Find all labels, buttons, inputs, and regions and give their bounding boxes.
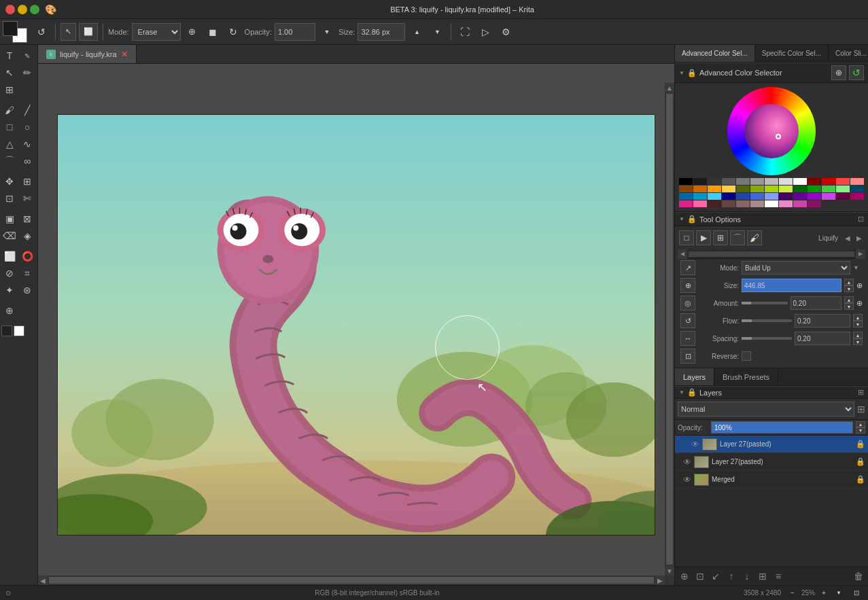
- amount-dropper[interactable]: ⊕: [856, 299, 863, 308]
- tool-options-expand-button[interactable]: ⊡: [858, 215, 864, 224]
- add-layer-button[interactable]: ⊕: [678, 569, 691, 583]
- color-swatch[interactable]: [793, 186, 807, 192]
- reverse-icon[interactable]: ⊡: [680, 349, 695, 364]
- canvas-tab[interactable]: k liquify - liquify.kra ✕: [38, 45, 137, 63]
- straight-line-button[interactable]: ╱: [19, 102, 35, 118]
- layer-item[interactable]: 👁Layer 27(pasted)🔒: [675, 436, 868, 453]
- color-wheel-inner[interactable]: [744, 104, 799, 158]
- spacing-slider[interactable]: [742, 337, 792, 340]
- to-scroll-track[interactable]: [689, 251, 854, 257]
- opacity-bar[interactable]: 100%: [711, 421, 853, 434]
- minimize-button[interactable]: [18, 5, 27, 14]
- color-swatch[interactable]: [822, 193, 835, 200]
- color-refresh-button[interactable]: ↺: [849, 65, 864, 80]
- tab-close-button[interactable]: ✕: [121, 50, 128, 59]
- flow-down-spin[interactable]: ▼: [853, 321, 863, 328]
- size-up-spin[interactable]: ▲: [844, 279, 854, 285]
- color-swatch[interactable]: [808, 186, 821, 192]
- amount-up-spin[interactable]: ▲: [844, 296, 854, 303]
- to-icon-move[interactable]: □: [679, 230, 694, 245]
- tab-layers[interactable]: Layers: [675, 368, 714, 385]
- mode-dropdown-arrow[interactable]: ▼: [853, 261, 863, 275]
- color-swatch[interactable]: [722, 200, 735, 207]
- color-swatch[interactable]: [850, 193, 864, 200]
- color-swatch[interactable]: [836, 193, 850, 200]
- crop-tool2-button[interactable]: ✄: [19, 190, 35, 207]
- group-layer-button[interactable]: ⊞: [756, 569, 769, 583]
- ellipse-tool-button[interactable]: ○: [19, 119, 35, 135]
- color-swatch[interactable]: [693, 193, 707, 200]
- flow-field-input[interactable]: [795, 314, 850, 328]
- calligraphy-tool-button[interactable]: ∞: [19, 153, 35, 169]
- marquee-tool-button[interactable]: ⬜: [79, 23, 98, 41]
- pointer-tool-button[interactable]: ↖: [1, 65, 18, 81]
- color-swatch[interactable]: [765, 193, 778, 200]
- color-swatch[interactable]: [750, 186, 764, 192]
- size-input[interactable]: [358, 23, 405, 41]
- refresh-button[interactable]: ↻: [224, 23, 242, 41]
- warp-tool-button[interactable]: ⊡: [1, 190, 18, 207]
- bezier-tool-button[interactable]: ⌒: [1, 153, 18, 169]
- layers-section-header[interactable]: ▼ 🔒 Layers ⊞: [675, 386, 868, 399]
- canvas-container[interactable]: ↖ ▲ ▼ ◀ ▶: [38, 64, 674, 585]
- scroll-left-arrow[interactable]: ◀: [843, 234, 852, 242]
- size-dropper[interactable]: ⊕: [856, 281, 863, 290]
- color-swatch[interactable]: [736, 193, 750, 200]
- layers-expand-btn[interactable]: ⊞: [858, 388, 864, 397]
- tab-color-sli[interactable]: Color Sli...: [829, 45, 868, 62]
- layer-grid-icon[interactable]: ⊞: [857, 404, 865, 414]
- script-tool-button[interactable]: ✎: [19, 48, 35, 64]
- color-swatch[interactable]: [850, 178, 864, 185]
- measure-tool-button[interactable]: ⊕: [1, 302, 18, 319]
- color-swatch[interactable]: [750, 193, 764, 200]
- to-icon-rotate[interactable]: ▶: [696, 230, 711, 245]
- color-swatch[interactable]: [822, 186, 835, 192]
- opacity-dropdown[interactable]: ▼: [318, 23, 336, 41]
- opacity-down-btn[interactable]: ▼: [856, 427, 865, 434]
- scroll-left-button[interactable]: ◀: [38, 576, 48, 585]
- merge-down-button[interactable]: ↙: [709, 569, 723, 583]
- color-wheel[interactable]: [727, 87, 816, 175]
- color-swatch[interactable]: [708, 186, 721, 192]
- opacity-input[interactable]: [275, 23, 315, 41]
- options-button[interactable]: ⚙: [497, 23, 515, 41]
- move-layer-up-button[interactable]: ↑: [725, 569, 738, 583]
- color-swatch[interactable]: [836, 186, 850, 192]
- color-swatch[interactable]: [836, 178, 850, 185]
- white-swatch[interactable]: [14, 325, 24, 336]
- tab-specific-color-sel[interactable]: Specific Color Sel...: [755, 45, 829, 62]
- color-swatch[interactable]: [679, 178, 693, 185]
- color-swatch[interactable]: [722, 193, 735, 200]
- size-down-spin[interactable]: ▼: [844, 285, 854, 292]
- color-swatch[interactable]: [808, 193, 821, 200]
- reset-colors-button[interactable]: ↺: [33, 23, 50, 41]
- color-swatch[interactable]: [693, 178, 707, 185]
- color-swatch[interactable]: [779, 193, 793, 200]
- to-icon-warp[interactable]: ⊞: [713, 230, 728, 245]
- ellipse-select-button[interactable]: ⭕: [19, 248, 35, 264]
- to-icon-paint[interactable]: 🖌: [747, 230, 762, 245]
- mode-icon[interactable]: ↗: [680, 260, 695, 275]
- statusbar-right-button[interactable]: ⊡: [850, 587, 863, 599]
- color-swatch[interactable]: [693, 200, 707, 207]
- contiguous-select-button[interactable]: ⊘: [1, 265, 18, 281]
- color-swatch[interactable]: [793, 193, 807, 200]
- color-swatch[interactable]: [750, 178, 764, 185]
- bezier-select-button[interactable]: ✦: [1, 282, 18, 298]
- black-swatch[interactable]: [1, 325, 12, 336]
- layer-item[interactable]: 👁Layer 27(pasted)🔒: [675, 453, 868, 471]
- canvas-horizontal-scrollbar[interactable]: ◀ ▶: [38, 576, 665, 585]
- color-swatch[interactable]: [708, 193, 721, 200]
- polygon-tool-button[interactable]: △: [1, 136, 18, 152]
- spacing-icon[interactable]: ↔: [680, 331, 695, 346]
- size-up-button[interactable]: ▲: [408, 23, 426, 41]
- layer-lock-icon[interactable]: 🔒: [856, 457, 865, 466]
- color-swatch[interactable]: [765, 186, 778, 192]
- scroll-thumb-vertical[interactable]: [666, 94, 673, 565]
- color-swatch[interactable]: [779, 178, 793, 185]
- layer-visibility-icon[interactable]: 👁: [691, 440, 699, 449]
- crop-tool-button[interactable]: ⊞: [1, 82, 18, 98]
- color-swatch[interactable]: [779, 186, 793, 192]
- to-scroll-right[interactable]: ▶: [856, 249, 865, 259]
- flow-icon[interactable]: ↺: [680, 313, 695, 328]
